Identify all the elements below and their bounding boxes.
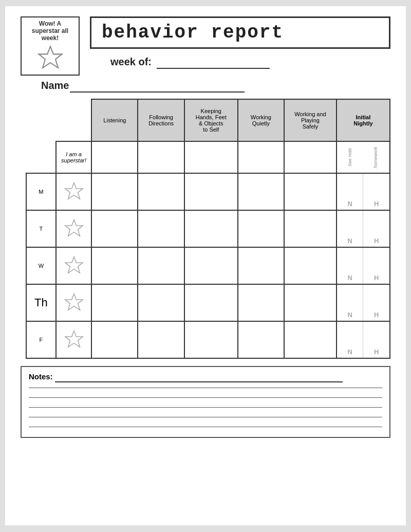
svg-marker-4 [65, 294, 82, 310]
day-row-f: F N H [26, 321, 390, 358]
day-th-label: Th [26, 284, 56, 321]
keeping-m [184, 173, 238, 210]
star-f [56, 321, 91, 358]
behavior-table: Listening Following Directions Keeping H… [26, 99, 390, 359]
listening-m [91, 173, 138, 210]
h-f: H [363, 322, 389, 358]
superstar-listening [91, 141, 138, 173]
day-w-text: W [39, 263, 44, 269]
day-w-label: W [26, 247, 56, 284]
homework-sub: homework [363, 142, 389, 173]
notes-line-4 [29, 417, 382, 417]
superstar-following [138, 141, 184, 173]
col-working-s-header: Working and Playing Safely [284, 99, 337, 141]
day-t-label: T [26, 210, 56, 247]
day-f-label: F [26, 321, 56, 358]
title-block: behavior report week of: [80, 16, 390, 69]
notes-label: Notes: [29, 372, 53, 381]
notes-section: Notes: [21, 366, 390, 438]
week-of-underline [157, 56, 270, 69]
notes-line-3 [29, 407, 382, 408]
see-note-sub: See note [337, 142, 363, 173]
day-t-text: T [40, 226, 43, 232]
h-m: H [363, 174, 389, 210]
superstar-box: Wow! A superstar all week! [21, 16, 80, 76]
superstar-keeping [184, 141, 238, 173]
col-initial-header: Initial Nightly [337, 99, 390, 141]
day-m-label: M [26, 173, 56, 210]
day-f-text: F [40, 337, 43, 343]
following-w [138, 247, 184, 284]
working-s-text: Working and Playing Safely [294, 111, 326, 130]
keeping-t [184, 210, 238, 247]
listening-f [91, 321, 138, 358]
name-underline [70, 80, 245, 93]
svg-marker-0 [39, 46, 62, 68]
working-q-m [238, 173, 284, 210]
notes-line-1 [29, 388, 382, 388]
see-note-inner: See note homework [337, 142, 389, 173]
working-q-f [238, 321, 284, 358]
h-w: H [363, 248, 389, 284]
notes-line-5 [29, 427, 382, 427]
day-th-text: Th [34, 296, 48, 309]
header-area: Wow! A superstar all week! behavior repo… [21, 16, 390, 76]
notes-first-line [55, 372, 343, 382]
nh-w: N H [337, 247, 390, 284]
day-row-th: Th N H [26, 284, 390, 321]
following-m [138, 173, 184, 210]
title-text: behavior report [102, 22, 284, 43]
nh-m: N H [337, 173, 390, 210]
header-row: Listening Following Directions Keeping H… [26, 99, 390, 141]
page: Wow! A superstar all week! behavior repo… [5, 6, 406, 525]
keeping-th [184, 284, 238, 321]
n-f: N [337, 322, 363, 358]
star-t [56, 210, 91, 247]
star-w [56, 247, 91, 284]
svg-marker-3 [65, 257, 82, 273]
initial-nightly-text: Initial Nightly [353, 114, 372, 126]
working-s-t [284, 210, 337, 247]
notes-line-2 [29, 397, 382, 398]
col-listening-header: Listening [91, 99, 138, 141]
col-keeping-header: Keeping Hands, Feet & Objects to Self [184, 99, 238, 141]
day-row-w: W N H [26, 247, 390, 284]
following-t [138, 210, 184, 247]
col-star-header [56, 99, 91, 141]
working-q-w [238, 247, 284, 284]
working-q-t [238, 210, 284, 247]
working-s-w [284, 247, 337, 284]
working-s-m [284, 173, 337, 210]
notes-lines [29, 388, 382, 427]
star-m [56, 173, 91, 210]
svg-marker-2 [65, 220, 82, 236]
n-th: N [337, 285, 363, 321]
superstar-label: I am a superstar! [56, 141, 91, 173]
working-q-text: Working Quietly [251, 114, 271, 126]
svg-marker-1 [65, 183, 82, 199]
col-following-header: Following Directions [138, 99, 184, 141]
n-t: N [337, 211, 363, 247]
n-w: N [337, 248, 363, 284]
following-text: Following Directions [148, 114, 174, 126]
col-working-q-header: Working Quietly [238, 99, 284, 141]
name-line: Name [21, 80, 390, 93]
day-row-m: M N H [26, 173, 390, 210]
nh-t: N H [337, 210, 390, 247]
star-th [56, 284, 91, 321]
h-t: H [363, 211, 389, 247]
listening-t [91, 210, 138, 247]
day-m-text: M [39, 189, 43, 195]
superstar-day-cell [26, 141, 56, 173]
listening-th [91, 284, 138, 321]
star-icon [38, 45, 63, 72]
week-of-label: week of: [110, 56, 152, 67]
svg-marker-5 [65, 331, 82, 347]
following-f [138, 321, 184, 358]
following-th [138, 284, 184, 321]
table-wrapper: Listening Following Directions Keeping H… [21, 99, 390, 359]
see-note-cell: See note homework [337, 141, 390, 173]
keeping-w [184, 247, 238, 284]
day-row-t: T N H [26, 210, 390, 247]
keeping-f [184, 321, 238, 358]
